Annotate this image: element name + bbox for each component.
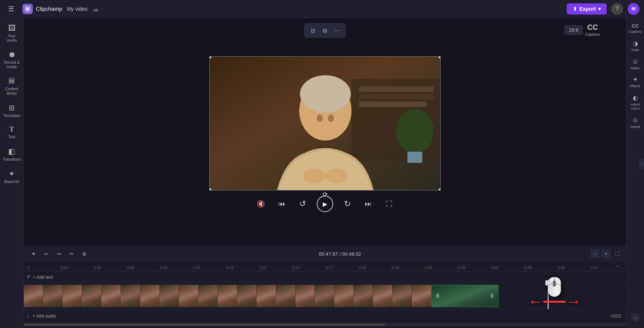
brand-kit-icon: ✦ bbox=[9, 169, 15, 178]
main-layout: 🖼 Your media ⏺ Record &create 🏛 Contentl… bbox=[0, 18, 644, 328]
save-to-timeline-button[interactable]: ⊕ bbox=[79, 249, 90, 259]
hamburger-menu-button[interactable]: ☰ bbox=[4, 2, 18, 16]
total-time: 00:48.02 bbox=[342, 251, 361, 257]
sidebar-item-your-media[interactable]: 🖼 Your media bbox=[1, 21, 23, 46]
user-avatar[interactable]: M bbox=[628, 3, 640, 15]
ruler-mark-18: 0:18 bbox=[226, 266, 259, 270]
selected-segment-right-handle[interactable]: ⏸ bbox=[489, 293, 495, 299]
sidebar-label-content-library: Contentlibrary bbox=[5, 87, 18, 96]
rewind-button[interactable]: ↺ bbox=[296, 197, 309, 211]
thumb-19 bbox=[393, 285, 412, 307]
right-sidebar-collapse-button[interactable]: ‹ bbox=[631, 313, 640, 322]
speed-icon: ⊙ bbox=[633, 117, 638, 124]
preview-toolbar: ⊡ ⊟ ⋯ bbox=[304, 23, 346, 38]
forward-button[interactable]: ↻ bbox=[341, 197, 354, 211]
effects-panel-label: Effects bbox=[630, 84, 640, 88]
thumb-2 bbox=[63, 285, 82, 307]
video-track-thumbnails: ⏸ ⏸ bbox=[24, 284, 626, 308]
timeline-expand-button[interactable]: ⛶ bbox=[613, 249, 622, 258]
resize-handle-tl[interactable] bbox=[209, 56, 211, 58]
text-track: T + Add text bbox=[24, 272, 626, 283]
skip-to-start-button[interactable]: ⏮ bbox=[275, 197, 288, 211]
thumb-15 bbox=[315, 285, 334, 307]
right-tool-adjust-colors[interactable]: ◐ Adjustcolors bbox=[628, 92, 643, 113]
add-clip-button[interactable]: ✦ bbox=[28, 249, 39, 259]
export-label: Export bbox=[579, 6, 596, 12]
right-tool-filters[interactable]: ⊙ Filters bbox=[628, 56, 643, 73]
zoom-out-button[interactable]: − bbox=[590, 249, 599, 258]
topbar: ☰ Clipchamp My video ☁ ⬆ Export ▾ ? M bbox=[0, 0, 644, 18]
sidebar-item-record[interactable]: ⏺ Record &create bbox=[1, 47, 23, 72]
right-tool-fade[interactable]: ◑ Fade bbox=[628, 38, 643, 54]
thumb-18 bbox=[373, 285, 393, 307]
resize-handle-br[interactable] bbox=[439, 189, 441, 190]
more-options-button[interactable]: ⋯ bbox=[332, 25, 342, 36]
right-sidebar: CC Captions ◑ Fade ⊙ Filters ✦ Effects ◐… bbox=[626, 18, 644, 328]
redo-button[interactable]: ↪ bbox=[54, 249, 64, 259]
play-pause-button[interactable]: ▶ bbox=[317, 196, 333, 212]
sidebar-item-transitions[interactable]: ◧ Transitions bbox=[1, 144, 23, 165]
export-button[interactable]: ⬆ Export ▾ bbox=[567, 3, 607, 15]
timeline-scrollbar[interactable] bbox=[24, 322, 626, 326]
add-audio-button[interactable]: + Add audio bbox=[32, 313, 56, 319]
thumb-14 bbox=[296, 285, 315, 307]
fade-panel-label: Fade bbox=[631, 48, 639, 52]
video-preview[interactable] bbox=[209, 56, 441, 190]
scrollbar-track bbox=[24, 324, 626, 326]
scrollbar-thumb[interactable] bbox=[24, 324, 385, 326]
thumb-7 bbox=[160, 285, 179, 307]
captions-button[interactable]: CC Captions bbox=[585, 23, 600, 37]
left-sidebar: 🖼 Your media ⏺ Record &create 🏛 Contentl… bbox=[0, 18, 24, 328]
zoom-in-button[interactable]: + bbox=[601, 249, 610, 258]
undo-button[interactable]: ↩ bbox=[41, 249, 51, 259]
resize-handle-tr[interactable] bbox=[439, 56, 441, 58]
svg-point-8 bbox=[396, 109, 434, 154]
timeline-collapse-button[interactable]: ⌄ bbox=[616, 262, 620, 268]
right-tool-effects[interactable]: ✦ Effects bbox=[628, 74, 643, 91]
sidebar-item-content-library[interactable]: 🏛 Contentlibrary bbox=[1, 74, 23, 99]
skip-to-end-button[interactable]: ⏭ bbox=[362, 197, 375, 211]
right-tool-captions[interactable]: CC Captions bbox=[628, 21, 643, 36]
add-text-button[interactable]: + Add text bbox=[33, 275, 53, 280]
thumb-0 bbox=[24, 285, 43, 307]
mute-button[interactable]: 🔇 bbox=[254, 197, 268, 211]
sidebar-label-your-media: Your media bbox=[3, 34, 21, 43]
rotation-handle[interactable]: ⟳ bbox=[321, 190, 329, 198]
export-arrow-icon: ⬆ bbox=[573, 6, 577, 12]
sidebar-item-brand-kit[interactable]: ✦ Brand kit bbox=[1, 166, 23, 187]
thumbnail-strip[interactable]: ⏸ ⏸ bbox=[24, 285, 498, 307]
topbar-right: ⬆ Export ▾ ? M bbox=[567, 3, 640, 15]
filters-panel-icon: ⊙ bbox=[633, 58, 638, 65]
audio-track: ♪ + Add audio HIDE bbox=[24, 309, 626, 322]
sidebar-collapse-button[interactable]: › bbox=[639, 159, 644, 169]
video-track: ⏸ ⏸ bbox=[24, 283, 626, 309]
cut-button[interactable]: ✂ bbox=[66, 249, 77, 259]
thumb-3 bbox=[82, 285, 101, 307]
record-icon: ⏺ bbox=[8, 50, 16, 59]
crop-tool-button[interactable]: ⊡ bbox=[308, 25, 318, 36]
ruler-mark-36: 0:36 bbox=[424, 266, 457, 270]
selected-segment-left-handle[interactable]: ⏸ bbox=[435, 293, 441, 299]
sidebar-label-transitions: Transitions bbox=[3, 157, 21, 162]
thumb-selected-0: ⏸ ⏸ bbox=[431, 285, 498, 307]
sidebar-item-text[interactable]: T Text bbox=[1, 123, 23, 142]
resize-handle-bl[interactable] bbox=[209, 189, 211, 190]
fullscreen-button[interactable]: ⛶ bbox=[382, 197, 396, 211]
hide-timeline-label[interactable]: HIDE bbox=[611, 313, 622, 319]
thumb-17 bbox=[354, 285, 373, 307]
right-tool-speed[interactable]: ⊙ Speed bbox=[628, 114, 643, 131]
timeline-tools-right: − + ⛶ bbox=[590, 249, 622, 258]
help-button[interactable]: ? bbox=[611, 3, 623, 15]
speed-label: Speed bbox=[630, 125, 640, 129]
captions-panel-label: Captions bbox=[629, 30, 642, 34]
ruler-mark-48: 0:48 bbox=[557, 266, 590, 270]
thumb-20 bbox=[412, 285, 431, 307]
preview-area: 16:9 CC Captions ⊡ ⊟ ⋯ bbox=[24, 18, 626, 246]
video-title[interactable]: My video bbox=[67, 6, 88, 12]
templates-icon: ⊞ bbox=[9, 103, 15, 112]
aspect-ratio-badge[interactable]: 16:9 bbox=[565, 25, 582, 35]
center-area: 16:9 CC Captions ⊡ ⊟ ⋯ bbox=[24, 18, 626, 328]
pip-tool-button[interactable]: ⊟ bbox=[320, 25, 330, 36]
timeline-area: ✦ ↩ ↪ ✂ ⊕ 00:47.97 / 00:48.02 − + ⛶ bbox=[24, 246, 626, 328]
sidebar-item-templates[interactable]: ⊞ Templates bbox=[1, 100, 23, 121]
